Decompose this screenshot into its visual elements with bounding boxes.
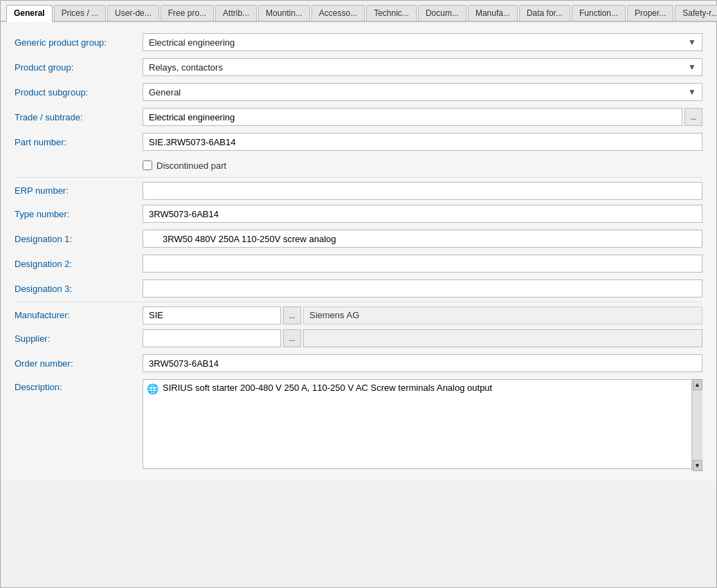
supplier-code-input[interactable] [143, 329, 281, 347]
product-group-row: Product group: Relays, contactors ▼ [15, 55, 702, 79]
part-number-input[interactable] [143, 133, 702, 151]
designation3-label: Designation 3: [15, 284, 143, 294]
manufacturer-browse-button[interactable]: ... [283, 306, 301, 324]
description-globe-wrapper: 🌐 SIRIUS soft starter 200-480 V 250 A, 1… [143, 379, 702, 471]
designation3-input[interactable] [143, 279, 702, 297]
tab-safety-r[interactable]: Safety-r... [675, 5, 717, 21]
designation3-field: 🌐 [143, 279, 702, 297]
type-number-input[interactable] [143, 205, 702, 223]
supplier-row: Supplier: ... [15, 327, 702, 350]
product-group-label: Product group: [15, 62, 143, 73]
order-number-row: Order number: [15, 351, 702, 375]
trade-subtrade-input[interactable] [143, 108, 682, 126]
erp-number-label: ERP number: [15, 185, 143, 196]
tab-bar: General Prices / ... User-de... Free pro… [1, 1, 716, 22]
description-row: Description: 🌐 SIRIUS soft starter 200-4… [15, 376, 702, 471]
designation3-wrapper: 🌐 [143, 279, 702, 297]
trade-wrapper: ... [143, 108, 702, 126]
designation1-field: 🌐 [143, 230, 702, 248]
type-number-field [143, 205, 702, 223]
product-subgroup-value: General [149, 87, 181, 98]
tab-docum[interactable]: Docum... [418, 5, 466, 21]
erp-number-row: ERP number: [15, 177, 702, 201]
chevron-down-icon: ▼ [688, 37, 696, 47]
tab-manufa[interactable]: Manufa... [468, 5, 518, 21]
manufacturer-label: Manufacturer: [15, 310, 143, 320]
product-subgroup-label: Product subgroup: [15, 87, 143, 98]
trade-subtrade-field: ... [143, 108, 702, 126]
designation2-wrapper: 🌐 [143, 255, 702, 273]
generic-product-group-row: Generic product group: Electrical engine… [15, 30, 702, 54]
designation2-input[interactable] [143, 255, 702, 273]
scrollbar-up-button[interactable]: ▲ [693, 379, 702, 390]
erp-number-input[interactable] [143, 182, 702, 200]
manufacturer-wrapper: ... [143, 306, 702, 324]
product-group-dropdown[interactable]: Relays, contactors ▼ [143, 58, 702, 76]
generic-product-group-field: Electrical engineering ▼ [143, 33, 702, 51]
trade-browse-button[interactable]: ... [684, 108, 702, 126]
discontinued-label: Discontinued part [156, 160, 226, 171]
erp-number-field [143, 182, 702, 200]
designation2-row: Designation 2: 🌐 [15, 252, 702, 275]
generic-product-group-label: Generic product group: [15, 37, 143, 48]
tab-function[interactable]: Function... [572, 5, 626, 21]
description-label: Description: [15, 379, 143, 392]
tab-mounting[interactable]: Mountin... [258, 5, 310, 21]
part-number-row: Part number: [15, 130, 702, 154]
type-number-label: Type number: [15, 209, 143, 219]
tab-data-for[interactable]: Data for... [519, 5, 570, 21]
designation2-label: Designation 2: [15, 259, 143, 269]
part-number-field [143, 133, 702, 151]
product-subgroup-row: Product subgroup: General ▼ [15, 80, 702, 104]
chevron-down-icon: ▼ [688, 62, 696, 72]
supplier-field: ... [143, 329, 702, 347]
manufacturer-row: Manufacturer: ... [15, 302, 702, 325]
content-area: Generic product group: Electrical engine… [1, 22, 716, 481]
order-number-field [143, 354, 702, 372]
designation3-row: Designation 3: 🌐 [15, 277, 702, 300]
trade-subtrade-label: Trade / subtrade: [15, 112, 143, 122]
tab-user-de[interactable]: User-de... [107, 5, 159, 21]
product-group-field: Relays, contactors ▼ [143, 58, 702, 76]
generic-product-group-dropdown[interactable]: Electrical engineering ▼ [143, 33, 702, 51]
product-subgroup-dropdown[interactable]: General ▼ [143, 83, 702, 101]
description-container: 🌐 SIRIUS soft starter 200-480 V 250 A, 1… [143, 379, 702, 471]
discontinued-row: Discontinued part [15, 155, 702, 176]
supplier-wrapper: ... [143, 329, 702, 347]
designation1-label: Designation 1: [15, 234, 143, 244]
chevron-down-icon: ▼ [688, 87, 696, 97]
description-scrollbar[interactable]: ▲ ▼ [691, 379, 702, 471]
app-window: General Prices / ... User-de... Free pro… [0, 0, 717, 588]
tab-general[interactable]: General [6, 5, 53, 22]
manufacturer-code-input[interactable] [143, 306, 281, 324]
designation1-wrapper: 🌐 [143, 230, 702, 248]
description-field: 🌐 SIRIUS soft starter 200-480 V 250 A, 1… [143, 379, 702, 471]
scrollbar-down-button[interactable]: ▼ [693, 460, 702, 471]
product-subgroup-field: General ▼ [143, 83, 702, 101]
discontinued-checkbox[interactable] [143, 160, 152, 170]
trade-subtrade-row: Trade / subtrade: ... [15, 105, 702, 129]
description-textarea[interactable]: SIRIUS soft starter 200-480 V 250 A, 110… [143, 379, 702, 469]
type-number-row: Type number: [15, 202, 702, 226]
supplier-label: Supplier: [15, 333, 143, 344]
part-number-label: Part number: [15, 137, 143, 147]
manufacturer-name-input [303, 306, 702, 324]
supplier-name-input [303, 329, 702, 347]
tab-attrib[interactable]: Attrib... [215, 5, 257, 21]
order-number-label: Order number: [15, 358, 143, 369]
tab-prices[interactable]: Prices / ... [54, 5, 106, 21]
product-group-value: Relays, contactors [149, 62, 223, 73]
designation1-row: Designation 1: 🌐 [15, 227, 702, 250]
order-number-input[interactable] [143, 354, 702, 372]
manufacturer-field: ... [143, 306, 702, 324]
tab-accesso[interactable]: Accesso... [311, 5, 365, 21]
tab-free-pro[interactable]: Free pro... [161, 5, 214, 21]
supplier-browse-button[interactable]: ... [283, 329, 301, 347]
generic-product-group-value: Electrical engineering [149, 37, 235, 48]
designation2-field: 🌐 [143, 255, 702, 273]
tab-technic[interactable]: Technic... [366, 5, 417, 21]
tab-proper[interactable]: Proper... [627, 5, 673, 21]
designation1-input[interactable] [143, 230, 702, 248]
